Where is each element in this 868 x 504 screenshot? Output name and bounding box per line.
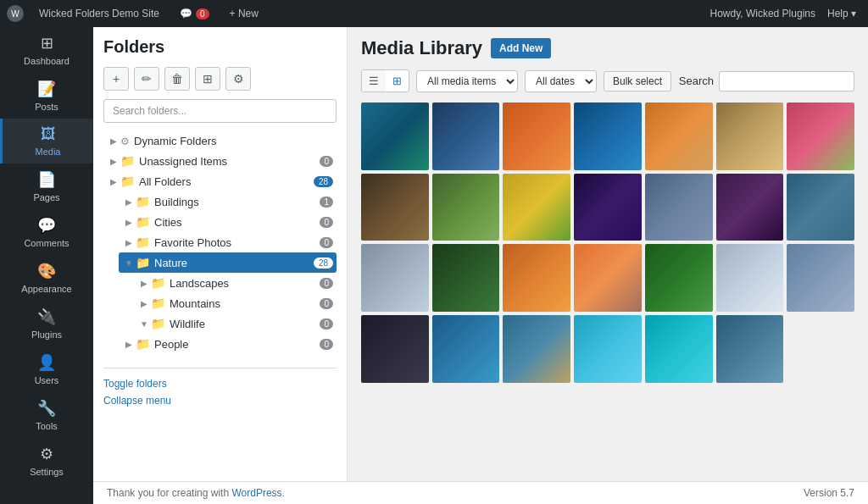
folder-toggle-landscapes: ▶ [137,279,151,288]
folder-name-mountains: Mountains [170,297,316,310]
folder-item-dynamic-folders[interactable]: ▶ ⚙ Dynamic Folders [103,131,337,151]
folder-name-cities: Cities [154,216,316,229]
cities-folder-icon: 📁 [136,215,150,229]
wordpress-link[interactable]: WordPress [231,487,281,499]
media-thumb-19[interactable] [645,244,713,312]
media-thumb-9[interactable] [432,174,500,241]
site-name-link[interactable]: Wicked Folders Demo Site [34,0,164,27]
media-thumb-13[interactable] [716,174,784,241]
buildings-count-badge: 1 [320,197,333,208]
folders-panel: Folders + ✏ 🗑 ⊞ ⚙ [93,27,348,481]
media-thumb-4[interactable] [574,102,642,170]
media-thumb-10[interactable] [503,174,570,241]
media-thumb-18[interactable] [574,244,642,312]
admin-bar: W Wicked Folders Demo Site 💬 0 + New How… [0,0,868,27]
sidebar-item-comments[interactable]: 💬 Comments [0,209,93,255]
search-input[interactable] [719,71,854,91]
media-thumb-26[interactable] [645,315,713,383]
media-thumb-2[interactable] [432,102,500,170]
folder-search-input[interactable] [103,99,337,123]
add-new-button[interactable]: Add New [491,38,551,58]
media-thumb-15[interactable] [361,244,429,312]
media-thumb-17[interactable] [503,244,570,312]
sidebar-item-pages[interactable]: 📄 Pages [0,163,93,209]
search-label: Search [679,75,714,87]
sidebar-item-users[interactable]: 👤 Users [0,346,93,392]
folder-toggle-nature: ▼ [122,258,136,268]
media-thumb-7[interactable] [787,102,854,170]
media-library-title: Media Library [361,37,482,59]
people-count-badge: 0 [320,339,333,350]
collapse-menu-link[interactable]: Collapse menu [103,392,337,409]
media-thumb-12[interactable] [645,174,713,241]
sidebar-label-posts: Posts [35,102,58,112]
dynamic-folders-icon: ⚙ [120,136,130,147]
folder-item-unassigned[interactable]: ▶ 📁 Unassigned Items 0 [103,151,337,171]
list-view-icon: ☰ [369,75,379,87]
delete-folder-button[interactable]: 🗑 [164,67,190,91]
comments-link[interactable]: 💬 0 [175,0,214,27]
media-thumb-5[interactable] [645,102,713,170]
nature-folder-icon: 📁 [136,256,150,269]
folder-name-people: People [154,338,316,351]
folder-name-dynamic-folders: Dynamic Folders [134,135,333,147]
grid-view-button[interactable]: ⊞ [386,70,409,91]
media-type-filter[interactable]: All media items [416,70,518,92]
sidebar-item-media[interactable]: 🖼 Media [0,119,93,163]
folder-name-favorite-photos: Favorite Photos [154,236,316,249]
toggle-folders-link[interactable]: Toggle folders [103,375,337,392]
media-thumb-14[interactable] [787,174,854,241]
folder-toggle-dynamic: ▶ [107,136,120,146]
edit-folder-button[interactable]: ✏ [134,67,159,91]
date-filter[interactable]: All dates [525,70,597,92]
search-area: Search [679,71,854,91]
sidebar-item-settings[interactable]: ⚙ Settings [0,438,93,484]
folder-item-nature[interactable]: ▼ 📁 Nature 28 [119,252,337,273]
new-content-link[interactable]: + New [225,0,264,27]
media-thumb-11[interactable] [574,174,642,241]
folder-toolbar: + ✏ 🗑 ⊞ ⚙ [103,67,337,91]
wildlife-folder-icon: 📁 [151,317,165,330]
media-thumb-3[interactable] [503,102,570,170]
sidebar-item-dashboard[interactable]: ⊞ Dashboard [0,27,93,73]
media-thumb-16[interactable] [432,244,500,312]
folders-title: Folders [103,37,337,57]
all-folders-icon: 📁 [120,174,135,188]
folder-item-favorite-photos[interactable]: ▶ 📁 Favorite Photos 0 [119,232,337,252]
sidebar-item-tools[interactable]: 🔧 Tools [0,392,93,438]
folder-name-nature: Nature [154,257,310,269]
media-header: Media Library Add New [361,37,854,59]
folder-toggle-people: ▶ [122,340,136,349]
settings-folder-button[interactable]: ⚙ [225,67,251,91]
media-thumb-24[interactable] [503,315,570,383]
media-thumb-21[interactable] [787,244,854,312]
sidebar-item-posts[interactable]: 📝 Posts [0,73,93,119]
folder-item-people[interactable]: ▶ 📁 People 0 [119,334,337,354]
media-thumb-23[interactable] [432,315,500,383]
folder-item-mountains[interactable]: ▶ 📁 Mountains 0 [134,293,337,313]
bulk-select-button[interactable]: Bulk select [604,71,671,91]
list-view-button[interactable]: ☰ [362,70,386,91]
media-thumb-20[interactable] [716,244,784,312]
pages-icon: 📄 [37,170,56,189]
add-folder-button[interactable]: + [103,67,129,91]
media-thumb-27[interactable] [716,315,784,383]
sidebar-item-plugins[interactable]: 🔌 Plugins [0,301,93,346]
folder-toggle-buildings: ▶ [122,197,136,207]
grid-folder-button[interactable]: ⊞ [195,67,220,91]
media-thumb-22[interactable] [361,315,429,383]
folder-item-all-folders[interactable]: ▶ 📁 All Folders 28 [103,171,337,191]
media-thumb-8[interactable] [361,174,429,241]
media-thumb-6[interactable] [716,102,784,170]
folder-item-wildlife[interactable]: ▼ 📁 Wildlife 0 [134,313,337,334]
folder-item-landscapes[interactable]: ▶ 📁 Landscapes 0 [134,273,337,293]
sidebar-item-appearance[interactable]: 🎨 Appearance [0,255,93,301]
media-thumb-1[interactable] [361,102,429,170]
folder-item-buildings[interactable]: ▶ 📁 Buildings 1 [119,191,337,212]
site-name-text: Wicked Folders Demo Site [39,8,159,19]
wp-logo-icon[interactable]: W [7,5,24,22]
media-thumb-25[interactable] [574,315,642,383]
help-button[interactable]: Help ▾ [822,0,861,27]
folder-item-cities[interactable]: ▶ 📁 Cities 0 [119,212,337,232]
media-library-panel: Media Library Add New ☰ ⊞ [348,27,868,481]
